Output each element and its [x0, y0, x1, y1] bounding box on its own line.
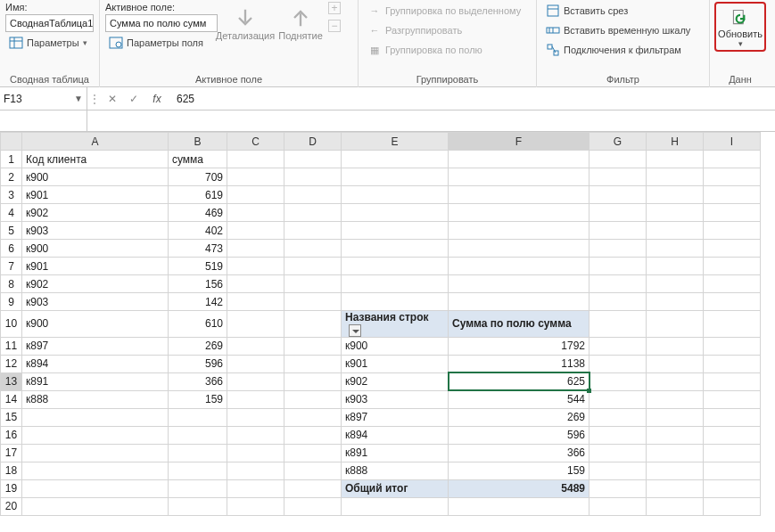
- cell[interactable]: Код клиента: [22, 151, 169, 168]
- cell[interactable]: [704, 168, 761, 186]
- insert-timeline-button[interactable]: Вставить временную шкалу: [542, 21, 694, 39]
- cell[interactable]: к902: [22, 204, 169, 222]
- cell[interactable]: [22, 426, 169, 444]
- cancel-formula-button[interactable]: ✕: [102, 87, 123, 110]
- cell[interactable]: [589, 426, 647, 444]
- select-all-corner[interactable]: [1, 133, 22, 151]
- insert-slicer-button[interactable]: Вставить срез: [542, 2, 694, 20]
- cell[interactable]: [449, 293, 589, 311]
- cell[interactable]: [647, 337, 704, 355]
- cell[interactable]: [704, 462, 761, 479]
- cell[interactable]: [704, 337, 761, 355]
- cell[interactable]: [589, 258, 647, 275]
- cell[interactable]: [647, 462, 704, 479]
- cell[interactable]: [647, 372, 704, 390]
- cell[interactable]: [647, 222, 704, 240]
- cell[interactable]: [704, 151, 761, 168]
- cell[interactable]: [284, 372, 342, 390]
- cell[interactable]: [704, 240, 761, 258]
- cell[interactable]: [704, 426, 761, 444]
- cell[interactable]: [284, 408, 342, 426]
- cell[interactable]: [704, 390, 761, 408]
- row-header[interactable]: 10: [1, 311, 22, 338]
- row-header[interactable]: 9: [1, 293, 22, 311]
- pivot-options-button[interactable]: Параметры ▾: [5, 34, 94, 52]
- cell[interactable]: 269: [449, 408, 589, 426]
- cell[interactable]: к902: [342, 372, 449, 390]
- cell[interactable]: [704, 258, 761, 275]
- row-header[interactable]: 18: [1, 462, 22, 479]
- cell[interactable]: 596: [169, 355, 227, 372]
- row-header[interactable]: 5: [1, 222, 22, 240]
- pivot-name-field[interactable]: СводнаяТаблица1: [5, 14, 94, 32]
- cell[interactable]: [284, 426, 342, 444]
- cell[interactable]: [589, 240, 647, 258]
- cell[interactable]: [284, 151, 342, 168]
- cell[interactable]: [589, 372, 647, 390]
- cell[interactable]: [227, 275, 284, 293]
- column-header[interactable]: D: [284, 133, 342, 151]
- cell[interactable]: [342, 222, 449, 240]
- row-header[interactable]: 13: [1, 372, 22, 390]
- cell[interactable]: [704, 444, 761, 462]
- cell[interactable]: [704, 222, 761, 240]
- cell[interactable]: [647, 204, 704, 222]
- cell[interactable]: [342, 186, 449, 204]
- cell[interactable]: [589, 222, 647, 240]
- cell[interactable]: [22, 444, 169, 462]
- cell[interactable]: к891: [22, 372, 169, 390]
- cell[interactable]: к891: [342, 444, 449, 462]
- cell[interactable]: [647, 426, 704, 444]
- cell[interactable]: [589, 462, 647, 479]
- cell[interactable]: [647, 275, 704, 293]
- cell[interactable]: [342, 258, 449, 275]
- cell[interactable]: 1792: [449, 337, 589, 355]
- active-field-value[interactable]: Сумма по полю сумм: [105, 14, 218, 32]
- cell[interactable]: [589, 390, 647, 408]
- cell[interactable]: [449, 275, 589, 293]
- cell[interactable]: [22, 462, 169, 479]
- cell[interactable]: [227, 311, 284, 338]
- cell[interactable]: [449, 204, 589, 222]
- cell[interactable]: 625: [449, 372, 589, 390]
- field-settings-button[interactable]: Параметры поля: [105, 34, 218, 52]
- cell[interactable]: 366: [449, 444, 589, 462]
- cell[interactable]: [589, 311, 647, 338]
- row-header[interactable]: 16: [1, 426, 22, 444]
- cell[interactable]: [227, 462, 284, 479]
- cell[interactable]: 159: [169, 390, 227, 408]
- cell[interactable]: 269: [169, 337, 227, 355]
- cell[interactable]: [284, 444, 342, 462]
- cell[interactable]: [647, 444, 704, 462]
- spreadsheet-grid[interactable]: A B C D E F G H I 1Код клиентасумма2к900…: [0, 132, 775, 532]
- cell[interactable]: [227, 168, 284, 186]
- column-header[interactable]: I: [704, 133, 761, 151]
- cell[interactable]: [647, 186, 704, 204]
- row-header[interactable]: 2: [1, 168, 22, 186]
- cell[interactable]: к901: [22, 186, 169, 204]
- filter-connections-button[interactable]: Подключения к фильтрам: [542, 41, 694, 59]
- row-header[interactable]: 20: [1, 497, 22, 515]
- cell[interactable]: [589, 151, 647, 168]
- cell[interactable]: [284, 222, 342, 240]
- cell[interactable]: [169, 444, 227, 462]
- cell[interactable]: [284, 479, 342, 497]
- cell[interactable]: [284, 275, 342, 293]
- row-header[interactable]: 12: [1, 355, 22, 372]
- cell[interactable]: [284, 258, 342, 275]
- cell[interactable]: [342, 240, 449, 258]
- cell[interactable]: [589, 497, 647, 515]
- cell[interactable]: [342, 151, 449, 168]
- column-header[interactable]: H: [647, 133, 704, 151]
- cell[interactable]: [449, 497, 589, 515]
- cell[interactable]: к897: [342, 408, 449, 426]
- cell[interactable]: [647, 479, 704, 497]
- cell[interactable]: [342, 204, 449, 222]
- cell[interactable]: [589, 293, 647, 311]
- cell[interactable]: 709: [169, 168, 227, 186]
- cell[interactable]: [227, 337, 284, 355]
- cell[interactable]: [449, 151, 589, 168]
- cell[interactable]: к894: [22, 355, 169, 372]
- cell[interactable]: [169, 479, 227, 497]
- cell[interactable]: к903: [22, 222, 169, 240]
